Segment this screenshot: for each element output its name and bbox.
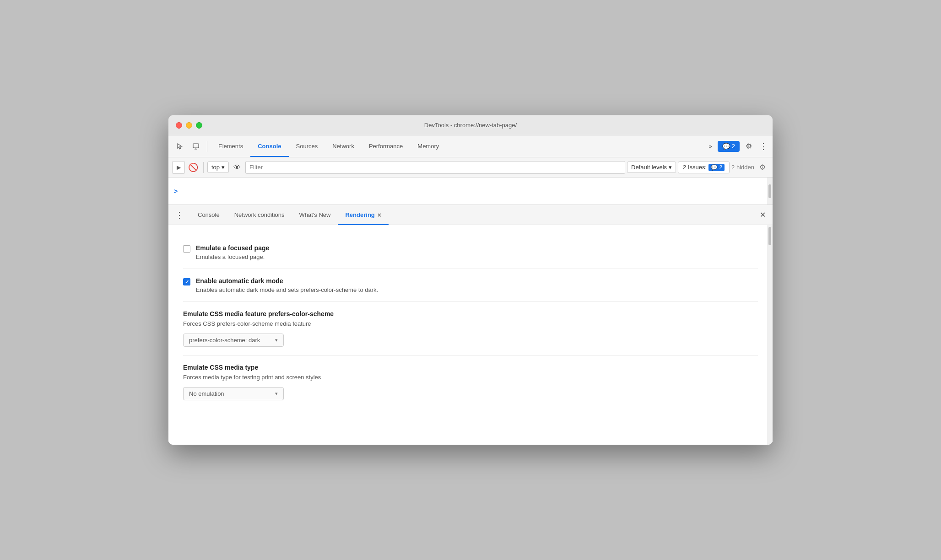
tab-performance[interactable]: Performance: [362, 135, 410, 157]
title-bar: DevTools - chrome://new-tab-page/: [168, 115, 773, 135]
toolbar-right: » 💬 2 ⚙ ⋮: [705, 139, 769, 154]
tab-elements[interactable]: Elements: [211, 135, 250, 157]
live-expressions-button[interactable]: 👁: [231, 161, 243, 174]
devtools-window: DevTools - chrome://new-tab-page/ Elemen…: [168, 115, 773, 445]
option-dark-mode: Enable automatic dark mode Enables autom…: [183, 269, 758, 302]
minimize-traffic-light[interactable]: [186, 122, 192, 129]
tab-sources[interactable]: Sources: [289, 135, 325, 157]
console-scrollbar-thumb: [768, 184, 771, 198]
cursor-icon: [176, 143, 183, 150]
more-options-button[interactable]: ⋮: [758, 139, 769, 154]
filter-input[interactable]: [245, 161, 625, 174]
context-selector[interactable]: top ▾: [207, 162, 229, 173]
media-type-title: Emulate CSS media type: [183, 364, 758, 371]
dark-mode-title: Enable automatic dark mode: [196, 277, 378, 285]
window-title: DevTools - chrome://new-tab-page/: [424, 122, 517, 129]
chevron-down-icon-3: ▾: [275, 337, 278, 343]
focused-page-title: Emulate a focused page: [196, 244, 269, 252]
execute-button[interactable]: ▶: [172, 161, 185, 174]
focused-page-checkbox[interactable]: [183, 245, 190, 253]
issues-count-badge: 💬 2: [708, 164, 725, 171]
context-label: top: [211, 164, 220, 171]
media-type-dropdown[interactable]: No emulation ▾: [183, 387, 284, 400]
dark-mode-checkbox[interactable]: [183, 278, 190, 285]
console-scrollbar[interactable]: [767, 178, 773, 205]
option-focused-page: Emulate a focused page Emulates a focuse…: [183, 236, 758, 269]
levels-label: Default levels: [631, 164, 667, 171]
tab-memory[interactable]: Memory: [410, 135, 446, 157]
inspect-icon: [192, 143, 200, 150]
bottom-tab-console[interactable]: Console: [190, 205, 227, 225]
dark-mode-text: Enable automatic dark mode Enables autom…: [196, 277, 378, 293]
close-traffic-light[interactable]: [176, 122, 182, 129]
rendering-tab-close[interactable]: ×: [378, 211, 381, 219]
bottom-tab-rendering[interactable]: Rendering ×: [338, 205, 388, 225]
rendering-scrollbar-thumb: [768, 227, 771, 245]
color-scheme-section: Emulate CSS media feature prefers-color-…: [183, 302, 758, 355]
hidden-count: 2 hidden: [731, 164, 754, 171]
svg-rect-0: [193, 144, 199, 148]
color-scheme-title: Emulate CSS media feature prefers-color-…: [183, 310, 758, 318]
console-prompt: >: [174, 188, 178, 195]
rendering-content: Emulate a focused page Emulates a focuse…: [168, 225, 773, 445]
traffic-lights: [176, 122, 202, 129]
bottom-tab-network-conditions[interactable]: Network conditions: [227, 205, 292, 225]
chevron-down-icon: ▾: [222, 164, 225, 171]
console-settings-button[interactable]: ⚙: [756, 161, 769, 174]
tab-network[interactable]: Network: [325, 135, 362, 157]
bottom-panel-close-button[interactable]: ✕: [756, 209, 769, 221]
toolbar-divider-2: [203, 162, 204, 173]
chevron-down-icon-2: ▾: [669, 164, 672, 171]
cursor-icon-btn[interactable]: [172, 139, 187, 154]
chevron-down-icon-4: ▾: [275, 391, 278, 397]
more-tabs-button[interactable]: »: [705, 141, 716, 151]
media-type-value: No emulation: [189, 390, 224, 397]
issues-button[interactable]: 💬 2: [718, 141, 740, 152]
bottom-tab-more-button[interactable]: ⋮: [172, 208, 187, 222]
bottom-panel: ⋮ Console Network conditions What's New …: [168, 205, 773, 445]
toolbar-divider-1: [207, 141, 207, 152]
rendering-scrollbar[interactable]: [767, 225, 773, 445]
bottom-tab-whats-new[interactable]: What's New: [292, 205, 338, 225]
maximize-traffic-light[interactable]: [196, 122, 202, 129]
color-scheme-value: prefers-color-scheme: dark: [189, 337, 260, 344]
focused-page-desc: Emulates a focused page.: [196, 253, 269, 260]
console-area[interactable]: >: [168, 178, 773, 205]
color-scheme-desc: Forces CSS prefers-color-scheme media fe…: [183, 320, 758, 327]
secondary-toolbar: ▶ 🚫 top ▾ 👁 Default levels ▾ 2 Issues: 💬…: [168, 157, 773, 178]
media-type-section: Emulate CSS media type Forces media type…: [183, 355, 758, 409]
media-type-desc: Forces media type for testing print and …: [183, 374, 758, 381]
dark-mode-desc: Enables automatic dark mode and sets pre…: [196, 286, 378, 293]
log-levels-selector[interactable]: Default levels ▾: [627, 162, 676, 173]
issues-pill[interactable]: 2 Issues: 💬 2: [678, 162, 730, 173]
tab-console[interactable]: Console: [250, 135, 288, 157]
settings-gear-button[interactable]: ⚙: [741, 139, 756, 154]
focused-page-text: Emulate a focused page Emulates a focuse…: [196, 244, 269, 260]
bottom-tab-bar: ⋮ Console Network conditions What's New …: [168, 205, 773, 225]
inspect-icon-btn[interactable]: [189, 139, 203, 154]
clear-console-button[interactable]: 🚫: [187, 161, 200, 174]
main-tab-nav: Elements Console Sources Network Perform…: [211, 135, 446, 157]
color-scheme-dropdown[interactable]: prefers-color-scheme: dark ▾: [183, 334, 284, 347]
issues-pill-label: 2 Issues:: [683, 164, 707, 171]
top-toolbar: Elements Console Sources Network Perform…: [168, 135, 773, 157]
